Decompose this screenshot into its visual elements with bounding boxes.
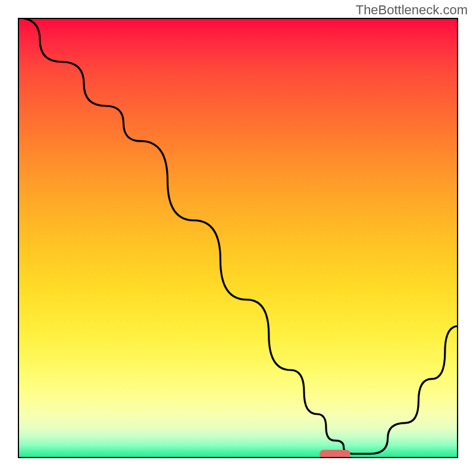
curve-path <box>18 18 458 454</box>
optimal-marker <box>320 450 350 458</box>
watermark-text: TheBottleneck.com <box>356 2 468 18</box>
plot-area <box>18 18 458 458</box>
bottleneck-curve <box>18 18 458 458</box>
